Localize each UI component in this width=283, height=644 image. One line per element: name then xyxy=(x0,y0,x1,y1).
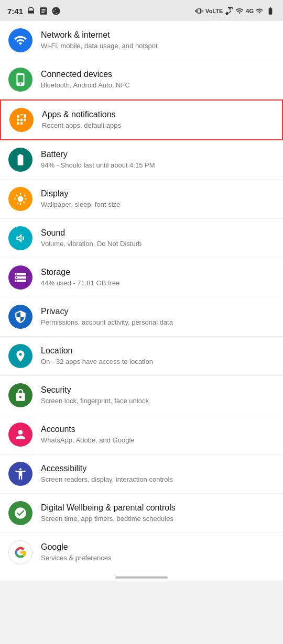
wellbeing-icon xyxy=(14,506,27,520)
4g-text: 4G xyxy=(246,8,254,14)
security-text: Security Screen lock, fingerprint, face … xyxy=(41,385,275,406)
settings-item-apps-notifications[interactable]: Apps & notifications Recent apps, defaul… xyxy=(0,99,283,140)
sound-subtitle: Volume, vibration, Do Not Disturb xyxy=(41,240,275,249)
settings-item-connected-devices[interactable]: Connected devices Bluetooth, Android Aut… xyxy=(0,60,283,99)
accounts-icon-circle xyxy=(8,423,32,447)
battery-title: Battery xyxy=(41,149,275,160)
settings-item-display[interactable]: Display Wallpaper, sleep, font size xyxy=(0,180,283,219)
accounts-title: Accounts xyxy=(41,424,275,435)
location-icon xyxy=(14,349,27,363)
battery-icon-circle xyxy=(8,148,32,172)
vibrate-icon xyxy=(195,7,203,15)
clipboard-icon xyxy=(39,6,48,16)
security-title: Security xyxy=(41,385,275,396)
location-title: Location xyxy=(41,346,275,357)
network-icon-circle xyxy=(8,28,32,52)
accounts-icon xyxy=(14,428,27,441)
sound-icon xyxy=(14,231,27,245)
volte-text: VoLTE xyxy=(205,8,223,14)
sound-title: Sound xyxy=(41,228,275,239)
location-text: Location On - 32 apps have access to loc… xyxy=(41,346,275,367)
security-icon-circle xyxy=(8,383,32,407)
connected-devices-text: Connected devices Bluetooth, Android Aut… xyxy=(41,69,275,90)
apps-icon-circle xyxy=(9,108,34,132)
wellbeing-text: Digital Wellbeing & parental controls Sc… xyxy=(41,503,275,524)
storage-subtitle: 44% used - 71.81 GB free xyxy=(41,279,275,288)
display-icon xyxy=(14,192,27,206)
status-left: 7:41 xyxy=(7,6,61,16)
battery-settings-icon xyxy=(14,153,27,166)
target-icon xyxy=(51,6,61,16)
status-bar: 7:41 VoLTE 4G xyxy=(0,0,283,21)
connected-devices-title: Connected devices xyxy=(41,69,275,80)
network-subtitle: Wi-Fi, mobile, data usage, and hotspot xyxy=(41,42,275,51)
accounts-subtitle: WhatsApp, Adobe, and Google xyxy=(41,436,275,445)
settings-item-storage[interactable]: Storage 44% used - 71.81 GB free xyxy=(0,258,283,297)
display-icon-circle xyxy=(8,187,32,211)
settings-item-network[interactable]: Network & internet Wi-Fi, mobile, data u… xyxy=(0,21,283,60)
battery-icon xyxy=(265,7,276,15)
storage-title: Storage xyxy=(41,267,275,278)
google-subtitle: Services & preferences xyxy=(41,554,275,563)
apps-notifications-text: Apps & notifications Recent apps, defaul… xyxy=(42,109,274,130)
wellbeing-title: Digital Wellbeing & parental controls xyxy=(41,503,275,514)
settings-item-location[interactable]: Location On - 32 apps have access to loc… xyxy=(0,337,283,376)
privacy-icon xyxy=(14,310,27,324)
accessibility-title: Accessibility xyxy=(41,463,275,474)
bottom-nav-bar xyxy=(0,572,283,581)
battery-subtitle: 94% - Should last until about 4:15 PM xyxy=(41,161,275,170)
bottom-pill xyxy=(115,576,168,579)
wifi-calling-icon xyxy=(225,7,233,15)
settings-list: Network & internet Wi-Fi, mobile, data u… xyxy=(0,21,283,572)
settings-item-privacy[interactable]: Privacy Permissions, account activity, p… xyxy=(0,297,283,337)
accessibility-icon xyxy=(14,467,27,481)
wellbeing-subtitle: Screen time, app timers, bedtime schedul… xyxy=(41,515,275,524)
accessibility-icon-circle xyxy=(8,462,32,486)
devices-icon xyxy=(14,73,27,86)
connected-devices-subtitle: Bluetooth, Android Auto, NFC xyxy=(41,81,275,90)
privacy-subtitle: Permissions, account activity, personal … xyxy=(41,318,275,327)
signal-icon xyxy=(235,7,244,15)
status-right: VoLTE 4G xyxy=(195,7,276,15)
display-title: Display xyxy=(41,188,275,199)
settings-item-sound[interactable]: Sound Volume, vibration, Do Not Disturb xyxy=(0,219,283,258)
accounts-text: Accounts WhatsApp, Adobe, and Google xyxy=(41,424,275,445)
storage-text: Storage 44% used - 71.81 GB free xyxy=(41,267,275,288)
security-subtitle: Screen lock, fingerprint, face unlock xyxy=(41,397,275,406)
signal2-icon xyxy=(256,7,263,15)
storage-icon xyxy=(14,271,27,284)
storage-icon-circle xyxy=(8,265,32,290)
google-text: Google Services & preferences xyxy=(41,542,275,563)
settings-item-google[interactable]: Google Services & preferences xyxy=(0,533,283,572)
privacy-text: Privacy Permissions, account activity, p… xyxy=(41,306,275,327)
display-subtitle: Wallpaper, sleep, font size xyxy=(41,201,275,209)
privacy-title: Privacy xyxy=(41,306,275,317)
battery-text: Battery 94% - Should last until about 4:… xyxy=(41,149,275,170)
settings-item-accounts[interactable]: Accounts WhatsApp, Adobe, and Google xyxy=(0,415,283,454)
sound-icon-circle xyxy=(8,226,32,250)
ghost-icon xyxy=(26,6,36,16)
network-text: Network & internet Wi-Fi, mobile, data u… xyxy=(41,30,275,51)
apps-notifications-subtitle: Recent apps, default apps xyxy=(42,121,274,130)
google-icon-circle xyxy=(8,540,32,564)
accessibility-subtitle: Screen readers, display, interaction con… xyxy=(41,475,275,484)
settings-item-security[interactable]: Security Screen lock, fingerprint, face … xyxy=(0,376,283,415)
privacy-icon-circle xyxy=(8,305,32,329)
settings-item-battery[interactable]: Battery 94% - Should last until about 4:… xyxy=(0,140,283,180)
settings-item-accessibility[interactable]: Accessibility Screen readers, display, i… xyxy=(0,454,283,494)
settings-item-digital-wellbeing[interactable]: Digital Wellbeing & parental controls Sc… xyxy=(0,494,283,533)
apps-notifications-title: Apps & notifications xyxy=(42,109,274,120)
security-icon xyxy=(14,388,27,402)
network-title: Network & internet xyxy=(41,30,275,41)
location-subtitle: On - 32 apps have access to location xyxy=(41,358,275,367)
display-text: Display Wallpaper, sleep, font size xyxy=(41,188,275,209)
time-display: 7:41 xyxy=(7,7,23,16)
sound-text: Sound Volume, vibration, Do Not Disturb xyxy=(41,228,275,249)
wellbeing-icon-circle xyxy=(8,501,32,525)
apps-icon xyxy=(15,113,28,127)
google-title: Google xyxy=(41,542,275,553)
wifi-icon xyxy=(14,34,27,47)
accessibility-text: Accessibility Screen readers, display, i… xyxy=(41,463,275,484)
connected-devices-icon-circle xyxy=(8,68,32,92)
google-icon xyxy=(14,546,27,559)
